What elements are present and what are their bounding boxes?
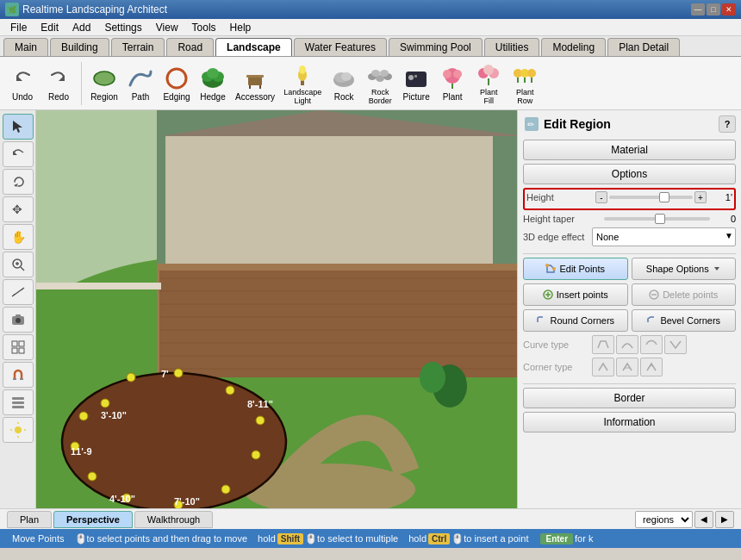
tool-undo-left[interactable] bbox=[3, 141, 34, 167]
plant-label: Plant bbox=[443, 92, 463, 102]
tool-undo[interactable]: Undo bbox=[5, 63, 40, 103]
height-minus[interactable]: - bbox=[595, 191, 607, 203]
tool-rotate-left[interactable] bbox=[3, 169, 34, 195]
tab-utilities[interactable]: Utilities bbox=[484, 38, 540, 56]
height-value: 1' bbox=[708, 192, 732, 202]
tool-region[interactable]: Region bbox=[87, 63, 121, 103]
tab-modeling[interactable]: Modeling bbox=[541, 38, 606, 56]
maximize-button[interactable]: □ bbox=[707, 3, 720, 16]
tab-main[interactable]: Main bbox=[3, 38, 48, 56]
bevel-corners-icon bbox=[646, 315, 657, 326]
nav-prev[interactable]: ◀ bbox=[694, 511, 713, 528]
tool-light-left[interactable] bbox=[3, 417, 34, 443]
tool-move-left[interactable]: ✥ bbox=[3, 196, 34, 222]
tool-accessory[interactable]: Accessory bbox=[232, 63, 278, 103]
sb-pointer-icon2: 🖱️ bbox=[305, 533, 317, 544]
delete-points-button[interactable]: Delete points bbox=[632, 283, 737, 306]
btab-perspective[interactable]: Perspective bbox=[53, 511, 133, 528]
corner-type-label: Corner type bbox=[523, 362, 592, 372]
tool-edging[interactable]: Edging bbox=[159, 63, 194, 103]
menu-view[interactable]: View bbox=[149, 20, 185, 35]
round-corners-button[interactable]: Round Corners bbox=[523, 309, 628, 332]
corner-type-3[interactable] bbox=[640, 358, 663, 376]
curve-type-3[interactable] bbox=[640, 335, 663, 354]
insert-points-button[interactable]: Insert points bbox=[523, 283, 628, 306]
tool-zoom-left[interactable] bbox=[3, 252, 34, 277]
material-button[interactable]: Material bbox=[523, 140, 736, 160]
menu-settings[interactable]: Settings bbox=[97, 20, 148, 35]
tool-landscape-light[interactable]: LandscapeLight bbox=[280, 59, 325, 108]
tab-road[interactable]: Road bbox=[166, 38, 214, 56]
tab-water-features[interactable]: Water Features bbox=[294, 38, 387, 56]
tab-terrain[interactable]: Terrain bbox=[111, 38, 165, 56]
tool-plant-fill[interactable]: PlantFill bbox=[471, 59, 506, 108]
height-slider[interactable] bbox=[609, 196, 693, 199]
height-taper-slider[interactable] bbox=[604, 217, 710, 221]
edit-points-button[interactable]: Edit Points bbox=[523, 258, 628, 280]
tool-hedge[interactable]: Hedge bbox=[196, 63, 230, 103]
menu-help[interactable]: Help bbox=[223, 20, 258, 35]
tab-swimming-pool[interactable]: Swimming Pool bbox=[389, 38, 483, 56]
right-panel-title: Edit Region bbox=[544, 117, 611, 131]
tool-magnet-left[interactable] bbox=[3, 362, 34, 388]
tab-plan-detail[interactable]: Plan Detail bbox=[607, 38, 680, 56]
menu-edit[interactable]: Edit bbox=[34, 20, 65, 35]
tab-building[interactable]: Building bbox=[50, 38, 109, 56]
edge-effect-row: 3D edge effect None Flat Round Bevel ▼ bbox=[523, 227, 736, 246]
edge-effect-select[interactable]: None Flat Round Bevel bbox=[592, 227, 736, 246]
tool-path[interactable]: Path bbox=[123, 63, 158, 103]
landscape-light-label: LandscapeLight bbox=[283, 89, 321, 106]
accessory-icon bbox=[241, 65, 269, 92]
border-button[interactable]: Border bbox=[523, 388, 736, 408]
information-button[interactable]: Information bbox=[523, 412, 736, 432]
tab-landscape[interactable]: Landscape bbox=[215, 38, 292, 56]
curve-type-1[interactable] bbox=[592, 335, 614, 354]
minimize-button[interactable]: — bbox=[691, 3, 705, 16]
tool-rock-border[interactable]: RockBorder bbox=[363, 59, 397, 108]
close-button[interactable]: ✕ bbox=[722, 3, 736, 16]
svg-text:✥: ✥ bbox=[12, 202, 22, 216]
nav-next[interactable]: ▶ bbox=[715, 511, 734, 528]
svg-rect-34 bbox=[488, 78, 489, 85]
menu-file[interactable]: File bbox=[3, 20, 34, 35]
bevel-corners-button[interactable]: Bevel Corners bbox=[632, 309, 737, 332]
svg-rect-56 bbox=[12, 341, 17, 346]
btab-plan[interactable]: Plan bbox=[7, 511, 52, 528]
corner-type-2[interactable] bbox=[616, 358, 638, 376]
tool-camera-left[interactable] bbox=[3, 307, 34, 333]
menu-add[interactable]: Add bbox=[65, 20, 97, 35]
help-button[interactable]: ? bbox=[719, 115, 736, 133]
svg-point-98 bbox=[221, 485, 230, 494]
svg-rect-59 bbox=[19, 348, 24, 353]
shape-options-button[interactable]: Shape Options bbox=[632, 258, 737, 280]
height-slider-thumb[interactable] bbox=[659, 192, 669, 202]
svg-point-54 bbox=[16, 318, 21, 323]
tool-redo[interactable]: Redo bbox=[41, 63, 76, 103]
tool-plant-row[interactable]: PlantRow bbox=[507, 59, 542, 108]
tool-picture[interactable]: Picture bbox=[399, 63, 433, 103]
menu-tools[interactable]: Tools bbox=[185, 20, 223, 35]
tool-rock[interactable]: Rock bbox=[327, 63, 361, 103]
tool-plant[interactable]: Plant bbox=[435, 63, 470, 103]
view-select[interactable]: regions objects all bbox=[635, 511, 693, 528]
edge-effect-label: 3D edge effect bbox=[523, 232, 592, 242]
height-plus[interactable]: + bbox=[694, 191, 707, 203]
svg-point-23 bbox=[380, 70, 389, 77]
tool-measure-left[interactable] bbox=[3, 279, 34, 305]
btab-walkthrough[interactable]: Walkthrough bbox=[134, 511, 213, 528]
curve-type-2[interactable] bbox=[616, 335, 638, 354]
tool-layers-left[interactable] bbox=[3, 389, 34, 415]
options-button[interactable]: Options bbox=[523, 164, 736, 184]
tool-select[interactable] bbox=[3, 114, 34, 140]
app-icon: 🌿 bbox=[5, 3, 19, 16]
height-label: Height bbox=[526, 192, 595, 202]
plant-fill-icon bbox=[475, 61, 502, 89]
tool-grid-left[interactable] bbox=[3, 334, 34, 360]
plant-icon bbox=[439, 65, 466, 92]
insert-points-icon bbox=[543, 289, 553, 300]
curve-type-4[interactable] bbox=[664, 335, 687, 354]
height-taper-slider-thumb[interactable] bbox=[655, 214, 665, 224]
canvas-area[interactable]: 3'-10" 7' 8'-11" 11'-9 4'-10" 7'-10" ✋ bbox=[36, 110, 517, 508]
tool-hand-left[interactable]: ✋ bbox=[3, 224, 34, 250]
corner-type-1[interactable] bbox=[592, 358, 614, 376]
